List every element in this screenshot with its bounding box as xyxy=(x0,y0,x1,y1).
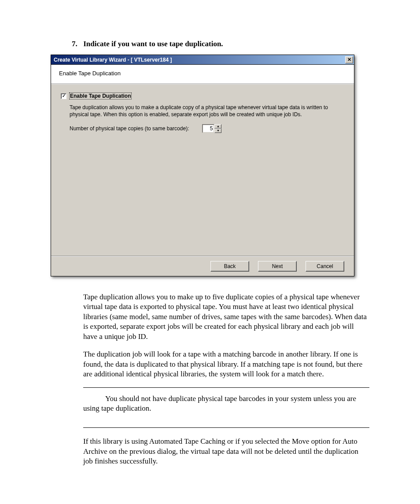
spinner-down-icon[interactable]: ▼ xyxy=(214,129,221,133)
close-icon: ✕ xyxy=(347,57,351,62)
note-block: You should not have duplicate physical t… xyxy=(83,387,369,428)
checkmark-icon: ✓ xyxy=(62,94,66,98)
wizard-dialog: Create Virtual Library Wizard - [ VTLser… xyxy=(51,55,354,276)
wizard-header: Enable Tape Duplication xyxy=(51,65,354,84)
step-number: 7. xyxy=(72,40,81,48)
button-row: Back Next Cancel xyxy=(51,256,354,276)
paragraph-3: If this library is using Automated Tape … xyxy=(83,437,369,466)
enable-duplication-checkbox[interactable]: ✓ xyxy=(61,93,66,99)
note-text: You should not have duplicate physical t… xyxy=(83,394,369,414)
copies-spinner[interactable]: 5 ▲ ▼ xyxy=(202,124,221,133)
step-title: Indicate if you want to use tape duplica… xyxy=(83,40,223,48)
step-heading: 7. Indicate if you want to use tape dupl… xyxy=(72,40,369,48)
wizard-body: ✓ Enable Tape Duplication Tape duplicati… xyxy=(51,84,354,256)
next-button[interactable]: Next xyxy=(258,261,297,272)
paragraph-2: The duplication job will look for a tape… xyxy=(83,349,369,379)
paragraph-1: Tape duplication allows you to make up t… xyxy=(83,292,369,342)
document-body: Tape duplication allows you to make up t… xyxy=(83,292,369,467)
cancel-button[interactable]: Cancel xyxy=(306,261,344,272)
titlebar: Create Virtual Library Wizard - [ VTLser… xyxy=(51,55,354,65)
option-description: Tape duplication allows you to make a du… xyxy=(70,104,343,118)
enable-duplication-label: Enable Tape Duplication xyxy=(69,92,132,99)
close-button[interactable]: ✕ xyxy=(345,56,353,63)
spinner-up-icon[interactable]: ▲ xyxy=(214,124,221,129)
back-button[interactable]: Back xyxy=(210,261,249,272)
copies-input[interactable]: 5 xyxy=(202,124,214,133)
copies-label: Number of physical tape copies (to same … xyxy=(70,125,189,132)
window-title: Create Virtual Library Wizard - [ VTLser… xyxy=(54,57,345,63)
